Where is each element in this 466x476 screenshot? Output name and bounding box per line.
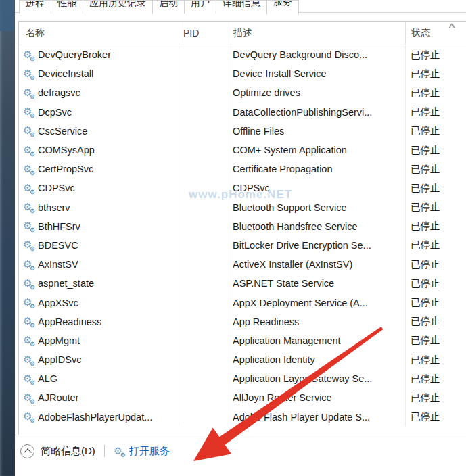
table-row[interactable]: ⚙ ⚙ AdobeFlashPlayerUpdat... Adobe Flash… bbox=[19, 408, 466, 427]
table-row[interactable]: ⚙ ⚙ AJRouter AllJoyn Router Service 已停止 bbox=[19, 388, 466, 407]
service-pid bbox=[179, 198, 229, 217]
table-row[interactable]: ⚙ ⚙ bthserv Bluetooth Support Service 已停… bbox=[19, 198, 466, 217]
service-gear-icon: ⚙ ⚙ bbox=[23, 373, 34, 385]
desktop-background-accent bbox=[0, 0, 15, 31]
tab-bar: 进程 性能 应用历史记录 启动 用户 详细信息 服务 bbox=[15, 0, 466, 13]
column-header-pid[interactable]: PID bbox=[179, 22, 229, 45]
table-row[interactable]: ⚙ ⚙ AxInstSV ActiveX Installer (AxInstSV… bbox=[19, 255, 466, 274]
tab[interactable]: 进程 bbox=[19, 0, 51, 14]
service-status: 已停止 bbox=[406, 408, 466, 427]
service-pid bbox=[179, 103, 229, 122]
table-row[interactable]: ⚙ ⚙ AppXSvc AppX Deployment Service (A..… bbox=[19, 293, 466, 312]
table-row[interactable]: ⚙ ⚙ defragsvc Optimize drives 已停止 bbox=[19, 83, 466, 102]
footer-bar: 简略信息(D) ⚙ ⚙ 打开服务 bbox=[15, 435, 466, 476]
service-name: CscService bbox=[38, 126, 87, 137]
service-name: DcpSvc bbox=[38, 107, 72, 118]
table-row[interactable]: ⚙ ⚙ DevQueryBroker DevQuery Background D… bbox=[19, 45, 466, 64]
service-name: AppIDSvc bbox=[38, 354, 81, 365]
service-status: 已停止 bbox=[406, 255, 466, 274]
service-description: Certificate Propagation bbox=[229, 160, 406, 178]
tab[interactable]: 启动 bbox=[152, 0, 185, 14]
service-description: DataCollectionPublishingServi... bbox=[229, 103, 406, 122]
table-row[interactable]: ⚙ ⚙ DeviceInstall Device Install Service… bbox=[19, 64, 466, 83]
service-gear-icon: ⚙ ⚙ bbox=[23, 164, 34, 175]
service-pid bbox=[179, 45, 229, 64]
service-description: ActiveX Installer (AxInstSV) bbox=[229, 255, 406, 274]
service-status: 已停止 bbox=[406, 45, 466, 64]
service-name: AJRouter bbox=[38, 392, 78, 403]
tab[interactable]: 性能 bbox=[51, 0, 83, 14]
service-status: 已停止 bbox=[406, 64, 466, 83]
column-header-description[interactable]: 描述 bbox=[229, 22, 406, 45]
service-status: 已停止 bbox=[406, 331, 466, 350]
service-name: defragsvc bbox=[38, 87, 80, 98]
service-status: 已停止 bbox=[406, 369, 466, 388]
service-status: 已停止 bbox=[406, 236, 466, 255]
service-gear-icon: ⚙ ⚙ bbox=[23, 183, 34, 194]
service-description: App Readiness bbox=[229, 312, 406, 331]
service-name: AppMgmt bbox=[38, 335, 80, 346]
service-description: AppX Deployment Service (A... bbox=[229, 293, 406, 312]
table-row[interactable]: ⚙ ⚙ COMSysApp COM+ System Application 已停… bbox=[19, 141, 466, 160]
service-pid bbox=[179, 293, 229, 312]
table-row[interactable]: ⚙ ⚙ DcpSvc DataCollectionPublishingServi… bbox=[19, 103, 466, 122]
tab[interactable]: 用户 bbox=[184, 0, 216, 14]
tab[interactable]: 服务 bbox=[266, 0, 299, 15]
service-pid bbox=[179, 141, 229, 160]
service-gear-icon: ⚙ ⚙ bbox=[23, 125, 34, 137]
service-name: COMSysApp bbox=[38, 145, 95, 156]
table-row[interactable]: ⚙ ⚙ AppMgmt Application Management 已停止 bbox=[19, 331, 466, 350]
service-status: 已停止 bbox=[406, 141, 466, 160]
service-description: CDPSvc bbox=[229, 178, 406, 197]
service-name: BthHFSrv bbox=[38, 221, 80, 232]
service-gear-icon: ⚙ ⚙ bbox=[23, 106, 34, 118]
service-status: 已停止 bbox=[406, 122, 466, 141]
table-row[interactable]: ⚙ ⚙ CscService Offline Files 已停止 bbox=[19, 122, 466, 141]
service-description: Application Layer Gateway Se... bbox=[229, 369, 406, 388]
service-description: BitLocker Drive Encryption Se... bbox=[229, 236, 406, 255]
service-gear-icon: ⚙ ⚙ bbox=[23, 87, 34, 99]
service-gear-icon: ⚙ ⚙ bbox=[23, 68, 34, 80]
service-gear-icon: ⚙ ⚙ bbox=[23, 220, 34, 232]
service-pid bbox=[179, 178, 229, 197]
service-status: 已停止 bbox=[406, 293, 466, 312]
service-description: DevQuery Background Disco... bbox=[229, 45, 406, 64]
column-header-name[interactable]: 名称 bbox=[19, 22, 179, 45]
open-services-button[interactable]: ⚙ ⚙ 打开服务 bbox=[114, 445, 170, 458]
service-gear-icon: ⚙ ⚙ bbox=[23, 49, 34, 61]
tab-label: 进程 bbox=[26, 0, 45, 9]
service-status: 已停止 bbox=[406, 388, 466, 407]
column-header-status[interactable]: 状态 bbox=[406, 22, 466, 45]
table-row[interactable]: ⚙ ⚙ CDPSvc CDPSvc 已停止 bbox=[19, 178, 466, 197]
service-name: aspnet_state bbox=[38, 278, 94, 289]
service-name: AppReadiness bbox=[38, 316, 101, 327]
service-name: CDPSvc bbox=[38, 183, 75, 193]
service-status: 已停止 bbox=[406, 217, 466, 236]
tab[interactable]: 详细信息 bbox=[216, 0, 267, 14]
table-row[interactable]: ⚙ ⚙ BthHFSrv Bluetooth Handsfree Service… bbox=[19, 217, 466, 236]
service-description: Device Install Service bbox=[229, 64, 406, 83]
service-gear-icon: ⚙ ⚙ bbox=[23, 259, 34, 270]
table-row[interactable]: ⚙ ⚙ aspnet_state ASP.NET State Service 已… bbox=[19, 274, 466, 293]
table-row[interactable]: ⚙ ⚙ AppIDSvc Application Identity 已停止 bbox=[19, 350, 466, 369]
table-row[interactable]: ⚙ ⚙ CertPropSvc Certificate Propagation … bbox=[19, 160, 466, 178]
services-table: 名称 PID 描述 状态 ∧ ⚙ ⚙ DevQueryBroker DevQue… bbox=[18, 21, 466, 435]
service-name: AppXSvc bbox=[38, 298, 78, 308]
table-row[interactable]: ⚙ ⚙ AppReadiness App Readiness 已停止 bbox=[19, 312, 466, 331]
service-pid bbox=[179, 350, 229, 369]
tab[interactable]: 应用历史记录 bbox=[83, 0, 153, 14]
table-row[interactable]: ⚙ ⚙ ALG Application Layer Gateway Se... … bbox=[19, 369, 466, 388]
chevron-up-icon bbox=[24, 448, 31, 456]
tab-label: 详细信息 bbox=[223, 0, 260, 9]
collapse-details-button[interactable] bbox=[20, 444, 34, 458]
detail-toggle-label[interactable]: 简略信息(D) bbox=[41, 445, 95, 458]
table-row[interactable]: ⚙ ⚙ BDESVC BitLocker Drive Encryption Se… bbox=[19, 236, 466, 255]
footer-divider bbox=[104, 445, 105, 457]
service-name: bthserv bbox=[38, 202, 70, 213]
tab-label: 应用历史记录 bbox=[89, 0, 146, 9]
service-gear-icon: ⚙ ⚙ bbox=[23, 335, 34, 346]
service-pid bbox=[179, 369, 229, 388]
service-description: AllJoyn Router Service bbox=[229, 388, 406, 407]
service-description: Application Management bbox=[229, 331, 406, 350]
task-manager-window: 进程 性能 应用历史记录 启动 用户 详细信息 服务 名称 PID 描述 状态 … bbox=[0, 0, 466, 476]
